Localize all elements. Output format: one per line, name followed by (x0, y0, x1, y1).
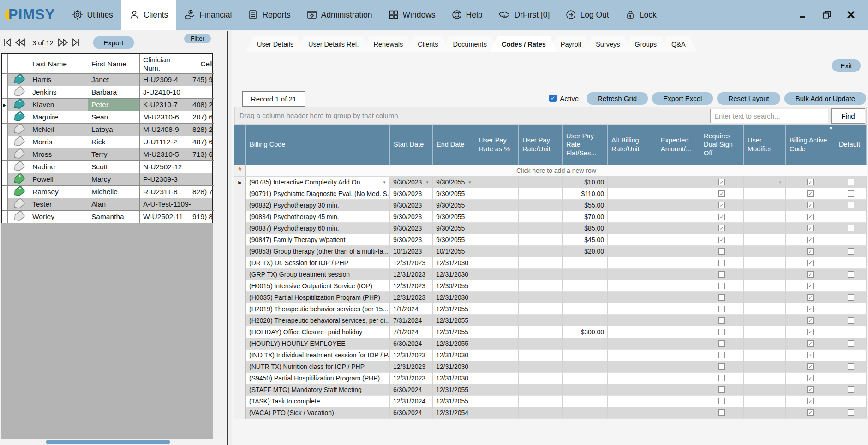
expected-amount-cell[interactable] (657, 338, 700, 350)
user-modifier-cell[interactable] (744, 223, 786, 234)
column-header-requires-dual-sign-off[interactable]: Requires Dual Sign Off (700, 125, 744, 165)
expected-amount-cell[interactable] (657, 280, 700, 292)
user-modifier-cell[interactable] (744, 407, 786, 419)
user-modifier-cell[interactable]: ▼ (744, 177, 786, 188)
client-row[interactable]: JenkinsBarbaraJ-U2410-10 (2, 86, 212, 99)
user-modifier-cell[interactable] (744, 338, 786, 350)
end-date-cell[interactable]: 12/31/2055 (433, 396, 475, 407)
tab-renewals[interactable]: Renewals (363, 36, 414, 52)
start-date-cell[interactable]: 9/30/2023 (390, 211, 433, 223)
billing-row[interactable]: (90847) Family Therapy w/patient9/30/202… (234, 234, 867, 246)
menu-item-lock[interactable]: Lock (617, 0, 664, 30)
pay-rate-flat-cell[interactable]: $55.00 (563, 200, 608, 211)
start-date-cell[interactable]: 6/30/2024 (390, 338, 433, 350)
pay-rate-pct-cell[interactable] (475, 246, 519, 257)
pay-rate-pct-cell[interactable] (475, 396, 519, 407)
end-date-cell[interactable]: 10/1/2055 (433, 246, 475, 257)
end-date-cell[interactable]: 9/30/2055 (433, 211, 475, 223)
billing-row[interactable]: (S9450) Partial Hospitilization Program … (234, 373, 867, 384)
billing-active-code-checkbox[interactable]: ✓ (807, 271, 814, 278)
dropdown-arrow-icon[interactable]: ▼ (424, 180, 429, 184)
pay-rate-pct-cell[interactable] (475, 280, 519, 292)
expected-amount-cell[interactable] (657, 315, 700, 326)
pay-rate-flat-cell[interactable]: $300.00 (563, 326, 608, 338)
pay-rate-pct-cell[interactable] (475, 200, 519, 211)
billing-row[interactable]: ▶(90785) Interactive Complexity Add On▼9… (234, 177, 867, 188)
dropdown-arrow-icon[interactable]: ▼ (466, 180, 472, 184)
alt-billing-rate-cell[interactable] (608, 257, 657, 269)
billing-active-code-checkbox[interactable]: ✓ (807, 202, 814, 208)
expected-amount-cell[interactable] (657, 373, 700, 384)
start-date-cell[interactable]: 6/30/2024 (390, 384, 433, 396)
default-checkbox[interactable] (848, 202, 854, 208)
expected-amount-cell[interactable] (657, 326, 700, 338)
alt-billing-rate-cell[interactable] (608, 303, 657, 315)
alt-billing-rate-cell[interactable] (608, 315, 657, 326)
default-checkbox[interactable] (848, 237, 854, 243)
alt-billing-rate-cell[interactable] (608, 246, 657, 257)
alt-billing-rate-cell[interactable] (608, 373, 657, 384)
start-date-cell[interactable]: 9/30/2023 (390, 223, 433, 234)
export-excel-button[interactable]: Export Excel (652, 92, 713, 105)
default-checkbox[interactable] (848, 283, 854, 289)
user-modifier-cell[interactable] (744, 211, 786, 223)
dual-sign-off-checkbox[interactable] (718, 409, 725, 416)
default-checkbox[interactable] (848, 375, 854, 381)
billing-code-cell[interactable]: (90832) Psychotherapy 30 min. (246, 200, 390, 211)
client-row[interactable]: ▶ KlavenPeterK-U2310-7(408) 2 (2, 99, 212, 111)
refresh-grid-button[interactable]: Refresh Grid (587, 92, 648, 105)
expected-amount-cell[interactable] (657, 407, 700, 419)
billing-active-code-checkbox[interactable]: ✓ (807, 190, 814, 197)
billing-active-code-checkbox[interactable]: ✓ (807, 237, 814, 243)
end-date-cell[interactable]: 9/30/2055 (433, 223, 475, 234)
user-modifier-cell[interactable] (744, 384, 786, 396)
alt-billing-rate-cell[interactable] (608, 280, 657, 292)
prev-record-button[interactable] (15, 38, 26, 47)
start-date-cell[interactable]: 9/30/2023 (390, 200, 433, 211)
billing-code-cell[interactable]: (DR TX) Dr. Session for IOP / PHP (246, 257, 390, 269)
end-date-cell[interactable]: 12/31/2030 (433, 269, 475, 280)
end-date-cell[interactable]: 12/30/2055 (433, 280, 475, 292)
start-date-cell[interactable]: 9/30/2023▼ (390, 177, 433, 188)
billing-code-cell[interactable]: (90847) Family Therapy w/patient (246, 234, 390, 246)
expected-amount-cell[interactable] (657, 292, 700, 303)
pay-rate-unit-cell[interactable] (519, 407, 563, 419)
billing-code-cell[interactable]: (90853) Group therapy (other than of a m… (246, 246, 390, 257)
column-header-clinician-num[interactable]: Clinician Num. (140, 54, 192, 74)
column-header-first-name[interactable]: First Name (88, 54, 140, 74)
dual-sign-off-checkbox[interactable] (718, 294, 725, 301)
tab-documents[interactable]: Documents (442, 36, 498, 52)
expected-amount-cell[interactable] (657, 384, 700, 396)
menu-item-windows[interactable]: Windows (380, 0, 443, 30)
expected-amount-cell[interactable] (657, 234, 700, 246)
expected-amount-cell[interactable] (657, 211, 700, 223)
billing-row[interactable]: (H0035) Partial Hospitilization Program … (234, 292, 867, 303)
pay-rate-pct-cell[interactable] (475, 407, 519, 419)
start-date-cell[interactable]: 12/31/2023 (390, 373, 433, 384)
pay-rate-unit-cell[interactable] (519, 315, 563, 326)
column-header-default[interactable]: Default (835, 125, 867, 165)
menu-item-help[interactable]: Help (443, 0, 491, 30)
start-date-cell[interactable]: 7/31/2024 (390, 315, 433, 326)
user-modifier-cell[interactable] (744, 361, 786, 373)
pay-rate-pct-cell[interactable] (475, 361, 519, 373)
expected-amount-cell[interactable] (657, 361, 700, 373)
column-header-last-name[interactable]: Last Name (29, 54, 88, 74)
dual-sign-off-checkbox[interactable] (718, 248, 725, 255)
billing-code-cell[interactable]: (IND TX) Individual treatment session fo… (246, 350, 390, 361)
pay-rate-unit-cell[interactable] (519, 234, 563, 246)
end-date-cell[interactable]: 12/31/2055 (433, 338, 475, 350)
default-checkbox[interactable] (848, 306, 854, 312)
dual-sign-off-checkbox[interactable]: ✓ (718, 202, 725, 208)
tab-user-details[interactable]: User Details (246, 36, 305, 52)
pay-rate-pct-cell[interactable] (475, 338, 519, 350)
pay-rate-flat-cell[interactable] (563, 257, 608, 269)
pay-rate-flat-cell[interactable]: $20.00 (563, 246, 608, 257)
pay-rate-flat-cell[interactable] (563, 361, 608, 373)
dual-sign-off-checkbox[interactable] (718, 329, 725, 335)
dual-sign-off-checkbox[interactable] (718, 352, 725, 358)
alt-billing-rate-cell[interactable] (608, 338, 657, 350)
column-header-start-date[interactable]: Start Date (390, 125, 433, 165)
default-checkbox[interactable] (848, 329, 854, 335)
user-modifier-cell[interactable] (744, 315, 786, 326)
